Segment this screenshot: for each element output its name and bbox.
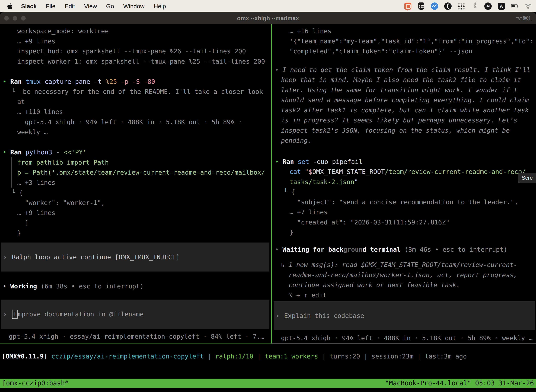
- grid-dots-icon[interactable]: [457, 2, 465, 10]
- badge-61-icon[interactable]: ..61: [484, 2, 492, 10]
- chat-app-icon[interactable]: [404, 2, 412, 10]
- prompt-input-left[interactable]: › I mprove documentation in @filename: [1, 300, 269, 329]
- terminal-line: gpt-5.4 xhigh · 94% left · 488K in · 5.1…: [0, 117, 271, 127]
- window-shortcut: ⌥⌘1: [516, 15, 531, 22]
- thinking-line: pending.: [272, 135, 536, 146]
- inject-status-band[interactable]: › Ralph loop active continue [OMX_TMUX_I…: [1, 243, 269, 271]
- menu-help[interactable]: Help: [154, 3, 166, 10]
- terminal-line: '{"team_name":"my-team","task_id":"1","f…: [272, 36, 536, 46]
- terminal-line: weekly …: [0, 127, 271, 137]
- code-line: cat "$OMX_TEAM_STATE_ROOT/team/review-cu…: [284, 167, 536, 177]
- tmux-pane-border-active: [0, 344, 271, 344]
- pulse-icon[interactable]: [431, 2, 439, 10]
- terminal-line: └ be necessary for the end of the README…: [0, 87, 271, 97]
- terminal-line: at: [0, 97, 271, 107]
- omx-status-line: [OMX#0.11.9] cczip/essay/ai-reimplementa…: [0, 351, 536, 361]
- code-line: from pathlib import Path: [12, 157, 271, 168]
- tmux-session-name: [omx-cczip0:bash*: [2, 379, 69, 388]
- working-status: • Working (6m 38s • esc to interrupt): [0, 281, 271, 291]
- session-status-right: gpt-5.4 xhigh · 94% left · 488K in · 5.1…: [272, 333, 536, 343]
- menu-view[interactable]: View: [84, 3, 97, 10]
- code-line: … +3 lines: [12, 177, 271, 188]
- terminal-line: ]: [0, 218, 271, 228]
- code-line: p = Path('.omx/state/team/review-current…: [12, 167, 271, 177]
- hook-icon[interactable]: [471, 2, 479, 10]
- menu-app-name[interactable]: Slack: [21, 3, 37, 10]
- mailbox-message: continue assigned work or next feasible …: [272, 280, 536, 290]
- mailbox-message: readme-and-reco/mailbox/worker-1.json, a…: [272, 270, 536, 280]
- tmux-pane-right[interactable]: … +16 lines '{"team_name":"my-team","tas…: [272, 24, 536, 344]
- tmux-host-clock: "MacBook-Pro-44.local" 05:03 31-Mar-26: [385, 379, 534, 388]
- shield-icon[interactable]: [417, 2, 425, 10]
- ran-set-command: • Ran set -euo pipefail: [272, 157, 536, 167]
- terminal-line: "created_at": "2026-03-31T11:59:27.816Z": [272, 217, 536, 227]
- window-titlebar[interactable]: omx --xhigh --madmax ⌥⌘1: [0, 12, 536, 24]
- terminal-line: "worker": "worker-1",: [0, 198, 271, 208]
- terminal-line: inspect_worker-1: omx sparkshell --tmux-…: [0, 56, 271, 67]
- inject-status-text: Ralph loop active continue [OMX_TMUX_INJ…: [12, 253, 180, 261]
- code-line: tasks/task-2.json": [284, 177, 536, 187]
- terminal-window: omx --xhigh --madmax ⌥⌘1 workspace_mode:…: [0, 12, 536, 392]
- prompt-chevron-icon: ›: [1, 253, 7, 261]
- wifi-icon[interactable]: [524, 2, 532, 10]
- terminal-line: }: [0, 228, 271, 238]
- terminal-line: … +9 lines: [0, 36, 271, 46]
- menu-bar: Slack File Edit View Go Window Help ..61: [0, 0, 536, 12]
- thinking-line: keep that in mind. Maybe I also need the…: [272, 75, 536, 85]
- ran-tmux-command: • Ran tmux capture-pane -t %25 -p -S -80: [0, 77, 271, 87]
- text-cursor: I: [12, 310, 18, 319]
- terminal-line: "completed","claim_token":"claim-token"}…: [272, 46, 536, 56]
- menu-go[interactable]: Go: [106, 3, 114, 10]
- prompt-placeholder: Explain this codebase: [284, 312, 364, 319]
- session-status-left: gpt-5.4 xhigh · essay/ai-reimplementatio…: [0, 331, 271, 342]
- menu-file[interactable]: File: [46, 3, 56, 10]
- edit-hint: ⌥ + ↑ edit: [272, 290, 536, 300]
- terminal-line: … +16 lines: [272, 26, 536, 36]
- apple-menu-icon[interactable]: [7, 3, 13, 9]
- waiting-status: • Waiting for background terminal (3m 46…: [272, 244, 536, 255]
- terminal-line: … +7 lines: [272, 207, 536, 217]
- menu-edit[interactable]: Edit: [65, 3, 75, 10]
- code-block: from pathlib import Path p = Path('.omx/…: [11, 157, 271, 188]
- status-icons: ..61 A: [404, 2, 536, 10]
- prompt-chevron-icon: ›: [274, 312, 279, 319]
- window-title: omx --xhigh --madmax: [0, 15, 536, 22]
- keyboard-layout-icon[interactable]: A: [497, 2, 505, 10]
- thinking-line: inspect task2's JSON, focusing on the st…: [272, 125, 536, 135]
- terminal-line: }: [272, 227, 536, 238]
- battery-icon[interactable]: [511, 2, 519, 10]
- terminal-line: … +110 lines: [0, 107, 271, 117]
- thinking-line: task2 after task1 is complete, but can I…: [272, 105, 536, 115]
- prompt-placeholder: mprove documentation in @filename: [18, 311, 144, 318]
- terminal-line: └ {: [0, 187, 271, 198]
- thinking-line: is in progress? It seems likely but perh…: [272, 115, 536, 125]
- crescent-icon[interactable]: [444, 2, 452, 10]
- prompt-chevron-icon: ›: [1, 311, 7, 318]
- menu-window[interactable]: Window: [123, 3, 144, 10]
- thinking-line: • I need to get the claim token from the…: [272, 65, 536, 75]
- terminal-line: … +9 lines: [0, 208, 271, 218]
- thinking-line: should send a message before completing …: [272, 95, 536, 105]
- screen-recording-tooltip: Scre: [518, 173, 536, 183]
- mailbox-message: ↳ 1 new msg(s): read $OMX_TEAM_STATE_ROO…: [272, 260, 536, 270]
- terminal-content: workspace_mode: worktree … +9 lines insp…: [0, 24, 536, 392]
- terminal-line: inspect_hud: omx sparkshell --tmux-pane …: [0, 46, 271, 56]
- code-block: cat "$OMX_TEAM_STATE_ROOT/team/review-cu…: [284, 167, 536, 187]
- tmux-pane-divider[interactable]: [271, 24, 272, 344]
- tmux-pane-border-inactive: [272, 344, 536, 344]
- terminal-line: └ {: [272, 187, 536, 197]
- app-menus: Slack File Edit View Go Window Help: [21, 3, 166, 10]
- terminal-line: "subject": "send a concise recommendatio…: [272, 197, 536, 207]
- ran-python-command: • Ran python3 - <<'PY': [0, 147, 271, 157]
- thinking-line: later. Using the same for transition mig…: [272, 85, 536, 95]
- terminal-line: workspace_mode: worktree: [0, 26, 271, 36]
- prompt-input-right[interactable]: › Explain this codebase: [274, 301, 535, 330]
- tmux-pane-left[interactable]: workspace_mode: worktree … +9 lines insp…: [0, 24, 271, 344]
- tmux-status-bar: [omx-cczip0:bash* "MacBook-Pro-44.local"…: [0, 379, 536, 388]
